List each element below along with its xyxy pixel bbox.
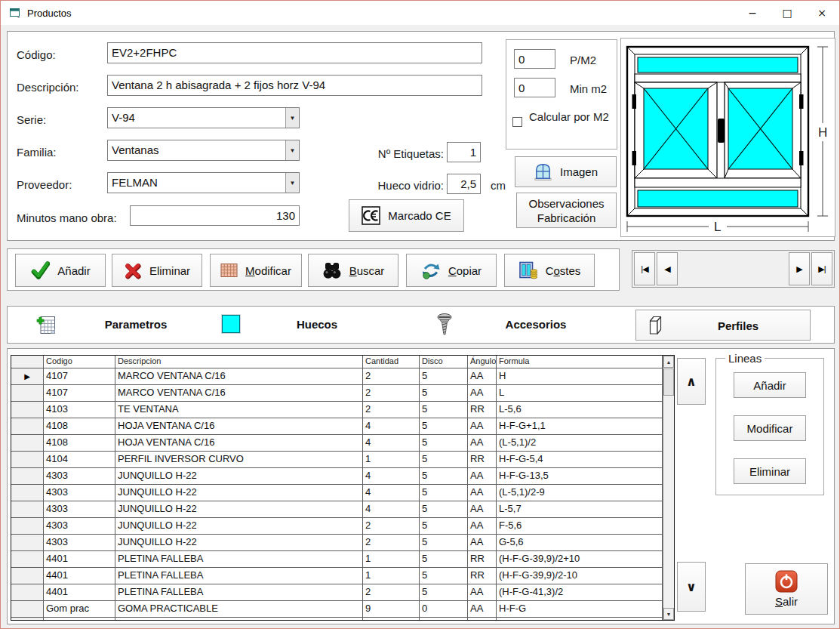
familia-select[interactable]: Ventanas ▼ bbox=[107, 140, 300, 161]
grid-column-header-descripcion[interactable]: Descripcion bbox=[115, 356, 363, 368]
cell-descripcion[interactable]: TE VENTANA bbox=[115, 402, 363, 418]
cell-cantidad[interactable]: 2 bbox=[363, 584, 420, 600]
cell-codigo[interactable]: 4107 bbox=[44, 385, 115, 401]
cell-formula[interactable]: (L-5,1)/2 bbox=[497, 435, 663, 451]
grid-row-5[interactable]: 4104PERFIL INVERSOR CURVO15RRH-F-G-5,4 bbox=[11, 452, 663, 468]
cell-codigo[interactable]: 4303 bbox=[44, 518, 115, 534]
last-record-button[interactable]: ▶| bbox=[811, 252, 832, 285]
cell-descripcion[interactable]: PLETINA FALLEBA bbox=[115, 568, 363, 584]
cell-descripcion[interactable]: MARCO VENTANA C/16 bbox=[115, 385, 363, 401]
tab-parametros[interactable]: Parametros bbox=[8, 307, 211, 343]
cell-disco[interactable]: 5 bbox=[420, 518, 468, 534]
cell-ángulo[interactable]: AA bbox=[468, 601, 497, 617]
cell-cantidad[interactable]: 2 bbox=[363, 368, 420, 384]
eliminar-button[interactable]: Eliminar bbox=[112, 254, 202, 287]
first-record-button[interactable]: |◀ bbox=[634, 252, 655, 285]
scrollbar-down-button[interactable]: ▼ bbox=[663, 608, 674, 620]
cell-cantidad[interactable]: 1 bbox=[363, 551, 420, 567]
codigo-input[interactable]: EV2+2FHPC bbox=[107, 42, 482, 63]
cell-codigo[interactable]: 4401 bbox=[44, 584, 115, 600]
calcular-por-m2-checkbox[interactable] bbox=[512, 117, 522, 127]
cell-descripcion[interactable]: PLETINA FALLEBA bbox=[115, 551, 363, 567]
row-selector[interactable] bbox=[11, 501, 44, 517]
cell-disco[interactable]: 5 bbox=[420, 551, 468, 567]
cell-codigo[interactable]: 4303 bbox=[44, 501, 115, 517]
cell-disco[interactable]: 5 bbox=[420, 584, 468, 600]
cell-ángulo[interactable]: AA bbox=[468, 535, 497, 550]
descripcion-input[interactable]: Ventana 2 h abisagrada + 2 fijos horz V-… bbox=[107, 75, 482, 96]
cell-formula[interactable]: L-5,6 bbox=[497, 402, 663, 418]
cell-formula[interactable]: L bbox=[497, 385, 663, 401]
row-selector[interactable] bbox=[11, 418, 44, 434]
grid-row-7[interactable]: 4303JUNQUILLO H-2245AA(L-5,1)/2-9 bbox=[11, 485, 663, 501]
cell-codigo[interactable]: 4303 bbox=[44, 468, 115, 484]
buscar-button[interactable]: Buscar bbox=[308, 254, 398, 287]
cell-formula[interactable]: H-F-G bbox=[497, 601, 663, 617]
cell-descripcion[interactable]: GOMA PRACTICABLE bbox=[115, 618, 363, 620]
cell-disco[interactable]: 5 bbox=[420, 485, 468, 501]
row-selector[interactable] bbox=[11, 452, 44, 467]
cell-descripcion[interactable]: HOJA VENTANA C/16 bbox=[115, 418, 363, 434]
cell-formula[interactable]: (H-F-G-39,9)/2+10 bbox=[497, 551, 663, 567]
perfiles-grid[interactable]: CodigoDescripcionCantidadDiscoÁnguloForm… bbox=[11, 355, 675, 621]
grid-row-3[interactable]: 4108HOJA VENTANA C/1645AAH-F-G+1,1 bbox=[11, 418, 663, 435]
cell-disco[interactable]: 5 bbox=[420, 535, 468, 550]
cell-codigo[interactable]: Gom prac bbox=[44, 601, 115, 617]
grid-row-9[interactable]: 4303JUNQUILLO H-2225AAF-5,6 bbox=[11, 518, 663, 535]
cell-cantidad[interactable]: 4 bbox=[363, 485, 420, 501]
grid-column-header-formula[interactable]: Formula bbox=[497, 356, 663, 368]
prev-record-button[interactable]: ◀ bbox=[657, 252, 678, 285]
cell-disco[interactable]: 5 bbox=[420, 568, 468, 584]
cell-ángulo[interactable]: AA bbox=[468, 518, 497, 534]
cell-codigo[interactable]: 4104 bbox=[44, 452, 115, 467]
cell-disco[interactable]: 5 bbox=[420, 385, 468, 401]
tab-huecos[interactable]: Huecos bbox=[211, 307, 411, 343]
cell-codigo[interactable]: 4303 bbox=[44, 485, 115, 501]
row-selector[interactable] bbox=[11, 584, 44, 600]
cell-formula[interactable]: L-5,7 bbox=[497, 501, 663, 517]
lineas-eliminar-button[interactable]: Eliminar bbox=[734, 458, 806, 484]
cell-codigo[interactable]: 4303 bbox=[44, 535, 115, 550]
cell-formula[interactable]: (L-5,1)/2-9 bbox=[497, 485, 663, 501]
cell-ángulo[interactable]: AA bbox=[468, 435, 497, 451]
cell-descripcion[interactable]: JUNQUILLO H-22 bbox=[115, 501, 363, 517]
cell-disco[interactable]: 0 bbox=[420, 601, 468, 617]
cell-ángulo[interactable]: RR bbox=[468, 568, 497, 584]
grid-row-15[interactable]: Gom pracGOMA PRACTICABLE bbox=[11, 618, 663, 620]
serie-select[interactable]: V-94 ▼ bbox=[107, 107, 300, 128]
anadir-button[interactable]: Añadir bbox=[15, 254, 106, 287]
cell-cantidad[interactable]: 2 bbox=[363, 518, 420, 534]
row-selector[interactable] bbox=[11, 435, 44, 451]
cell-codigo[interactable]: 4103 bbox=[44, 402, 115, 418]
row-selector[interactable] bbox=[11, 568, 44, 584]
row-selector[interactable] bbox=[11, 601, 44, 617]
modificar-button[interactable]: Modificar bbox=[210, 254, 302, 287]
grid-row-2[interactable]: 4103TE VENTANA25RRL-5,6 bbox=[11, 402, 663, 418]
close-button[interactable]: × bbox=[805, 1, 839, 25]
observaciones-fabricacion-button[interactable]: Observaciones Fabricación bbox=[516, 193, 617, 228]
row-selector[interactable] bbox=[11, 402, 44, 418]
cell-ángulo[interactable]: AA bbox=[468, 584, 497, 600]
proveedor-dropdown-icon[interactable]: ▼ bbox=[285, 173, 299, 193]
maximize-button[interactable]: □ bbox=[770, 1, 805, 25]
cell-disco[interactable]: 5 bbox=[420, 468, 468, 484]
cell-formula[interactable]: H-F-G+1,1 bbox=[497, 418, 663, 434]
cell-ángulo[interactable]: AA bbox=[468, 418, 497, 434]
cell-codigo[interactable]: 4401 bbox=[44, 568, 115, 584]
current-row-marker[interactable]: ▶ bbox=[11, 368, 44, 384]
cell-descripcion[interactable]: JUNQUILLO H-22 bbox=[115, 518, 363, 534]
next-record-button[interactable]: ▶ bbox=[789, 252, 810, 285]
grid-row-10[interactable]: 4303JUNQUILLO H-2225AAG-5,6 bbox=[11, 535, 663, 551]
row-selector[interactable] bbox=[11, 535, 44, 550]
cell-formula[interactable]: F-5,6 bbox=[497, 518, 663, 534]
row-selector[interactable] bbox=[11, 385, 44, 401]
cell-descripcion[interactable]: JUNQUILLO H-22 bbox=[115, 535, 363, 550]
min-m2-input[interactable]: 0 bbox=[514, 78, 555, 97]
cell-descripcion[interactable]: GOMA PRACTICABLE bbox=[115, 601, 363, 617]
grid-row-1[interactable]: 4107MARCO VENTANA C/1625AAL bbox=[11, 385, 663, 402]
cell-ángulo[interactable]: AA bbox=[468, 468, 497, 484]
cell-cantidad[interactable]: 4 bbox=[363, 418, 420, 434]
cell-disco[interactable]: 5 bbox=[420, 435, 468, 451]
lineas-modificar-button[interactable]: Modificar bbox=[734, 415, 806, 441]
cell-ángulo[interactable]: RR bbox=[468, 452, 497, 467]
